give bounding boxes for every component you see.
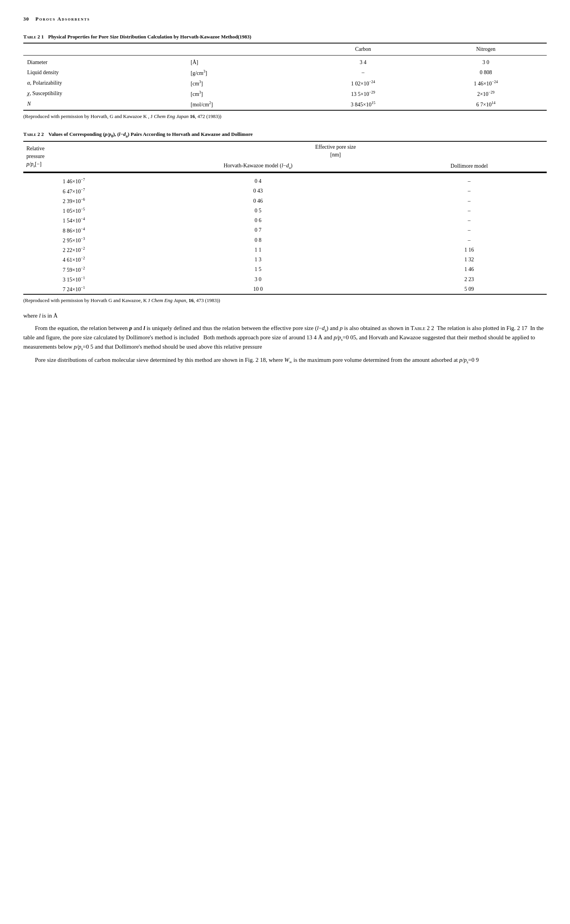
prop-polarizability: α, Polarizability: [23, 78, 187, 89]
prop-diameter: Diameter: [23, 55, 187, 67]
prop-liquid-density: Liquid density: [23, 68, 187, 78]
carbon-liquid-density: –: [301, 68, 425, 78]
dollimore-11: 2 23: [392, 274, 547, 284]
carbon-n: 3 845×1015: [301, 99, 425, 110]
table2-label-row: Table 2 2 Values of Corresponding (p/p0)…: [23, 131, 547, 139]
dollimore-9: 1 32: [392, 255, 547, 264]
table1-label: Table 2 1 Physical Properties for Pore S…: [23, 33, 251, 40]
dollimore-3: –: [392, 196, 547, 206]
body-text: where l is in Å From the equation, the r…: [23, 311, 547, 365]
body-para-where: where l is in Å: [23, 311, 547, 320]
horvath-1: 0 4: [124, 172, 391, 186]
nitrogen-diameter: 3 0: [425, 55, 547, 67]
table1-footnote: (Reproduced with permission by Horvath, …: [23, 110, 547, 122]
pressure-4: 1 05×10−5: [23, 206, 124, 215]
table2-footnote: (Reproduced with permission by Horvath G…: [23, 294, 547, 304]
table1-col-carbon: Carbon: [301, 43, 425, 55]
dollimore-2: –: [392, 186, 547, 196]
horvath-9: 1 3: [124, 255, 391, 264]
pressure-10: 7 59×10−2: [23, 265, 124, 274]
carbon-susceptibility: 13 5×10−29: [301, 89, 425, 99]
horvath-5: 0 6: [124, 215, 391, 225]
horvath-11: 3 0: [124, 274, 391, 284]
dollimore-1: –: [392, 172, 547, 186]
carbon-diameter: 3 4: [301, 55, 425, 67]
table1-label-row: Table 2 1 Physical Properties for Pore S…: [23, 33, 547, 42]
table2: Relativepressurep/ps[−] Effective pore s…: [23, 141, 547, 304]
carbon-polarizability: 1 02×10−24: [301, 78, 425, 89]
page-header: 30 Porous Adsorbents: [23, 16, 547, 23]
page-number: 30: [23, 16, 29, 22]
dollimore-8: 1 16: [392, 245, 547, 255]
nitrogen-polarizability: 1 46×10−24: [425, 78, 547, 89]
dollimore-6: –: [392, 226, 547, 235]
table-row: 2 39×10−6 0 46 –: [23, 196, 547, 206]
table1-container: Table 2 1 Physical Properties for Pore S…: [23, 33, 547, 122]
horvath-7: 0 8: [124, 235, 391, 245]
pressure-2: 6 47×10−7: [23, 186, 124, 196]
pressure-11: 3 15×10−1: [23, 274, 124, 284]
prop-susceptibility: χ, Susceptibility: [23, 89, 187, 99]
table2-footer: (Reproduced with permission by Horvath G…: [23, 294, 547, 304]
table2-top-border-row: Relativepressurep/ps[−] Effective pore s…: [23, 141, 547, 160]
dollimore-4: –: [392, 206, 547, 215]
table1-footer: (Reproduced with permission by Horvath, …: [23, 110, 547, 122]
horvath-8: 1 1: [124, 245, 391, 255]
table-row: 1 05×10−5 0 5 –: [23, 206, 547, 215]
table2-col-relative: Relativepressurep/ps[−]: [23, 141, 124, 172]
table-row: 3 15×10−1 3 0 2 23: [23, 274, 547, 284]
pressure-12: 7 24×10−1: [23, 284, 124, 294]
table-row: α, Polarizability [cm3] 1 02×10−24 1 46×…: [23, 78, 547, 89]
table2-label: Table 2 2: [23, 131, 44, 139]
dollimore-12: 5 09: [392, 284, 547, 294]
table2-col-effective: Effective pore size[nm]: [124, 141, 547, 160]
body-para-2: Pore size distributions of carbon molecu…: [23, 356, 547, 365]
table-row: 2 95×10−3 0 8 –: [23, 235, 547, 245]
horvath-12: 10 0: [124, 284, 391, 294]
prop-n: N: [23, 99, 187, 110]
unit-polarizability: [cm3]: [187, 78, 301, 89]
body-para-1: From the equation, the relation between …: [23, 324, 547, 352]
pressure-5: 1 54×10−4: [23, 215, 124, 225]
horvath-10: 1 5: [124, 265, 391, 274]
table-row: Diameter [Å] 3 4 3 0: [23, 55, 547, 67]
nitrogen-n: 6 7×1014: [425, 99, 547, 110]
pressure-7: 2 95×10−3: [23, 235, 124, 245]
unit-n: [mol/cm2]: [187, 99, 301, 110]
horvath-2: 0 43: [124, 186, 391, 196]
table-row: 2 22×10−2 1 1 1 16: [23, 245, 547, 255]
horvath-4: 0 5: [124, 206, 391, 215]
table-row: 6 47×10−7 0 43 –: [23, 186, 547, 196]
pressure-3: 2 39×10−6: [23, 196, 124, 206]
table-row: 1 46×10−7 0 4 –: [23, 172, 547, 186]
dollimore-5: –: [392, 215, 547, 225]
table-row: 8 86×10−4 0 7 –: [23, 226, 547, 235]
table-row: 4 61×10−2 1 3 1 32: [23, 255, 547, 264]
table1: Carbon Nitrogen Diameter [Å] 3 4 3 0 Liq…: [23, 43, 547, 121]
pressure-1: 1 46×10−7: [23, 172, 124, 186]
table-row: Liquid density [g/cm3] – 0 808: [23, 68, 547, 78]
nitrogen-susceptibility: 2×10−29: [425, 89, 547, 99]
pressure-9: 4 61×10−2: [23, 255, 124, 264]
pressure-6: 8 86×10−4: [23, 226, 124, 235]
dollimore-10: 1 46: [392, 265, 547, 274]
page-title: Porous Adsorbents: [35, 16, 90, 22]
unit-liquid-density: [g/cm3]: [187, 68, 301, 78]
table-row: 7 59×10−2 1 5 1 46: [23, 265, 547, 274]
table-row: 1 54×10−4 0 6 –: [23, 215, 547, 225]
horvath-6: 0 7: [124, 226, 391, 235]
table2-col-dollimore: Dollimore model: [392, 160, 547, 173]
table-row: 7 24×10−1 10 0 5 09: [23, 284, 547, 294]
horvath-3: 0 46: [124, 196, 391, 206]
table-row: χ, Susceptibility [cm3] 13 5×10−29 2×10−…: [23, 89, 547, 99]
pressure-8: 2 22×10−2: [23, 245, 124, 255]
table2-col-horvath: Horvath-Kawazoe model (l−da): [124, 160, 391, 173]
table2-caption: Values of Corresponding (p/p0), (l−da) P…: [49, 131, 253, 139]
table1-col-nitrogen: Nitrogen: [425, 43, 547, 55]
unit-susceptibility: [cm3]: [187, 89, 301, 99]
table-row: N [mol/cm2] 3 845×1015 6 7×1014: [23, 99, 547, 110]
dollimore-7: –: [392, 235, 547, 245]
table1-col-empty: [23, 43, 301, 55]
table2-container: Table 2 2 Values of Corresponding (p/p0)…: [23, 131, 547, 304]
unit-diameter: [Å]: [187, 55, 301, 67]
